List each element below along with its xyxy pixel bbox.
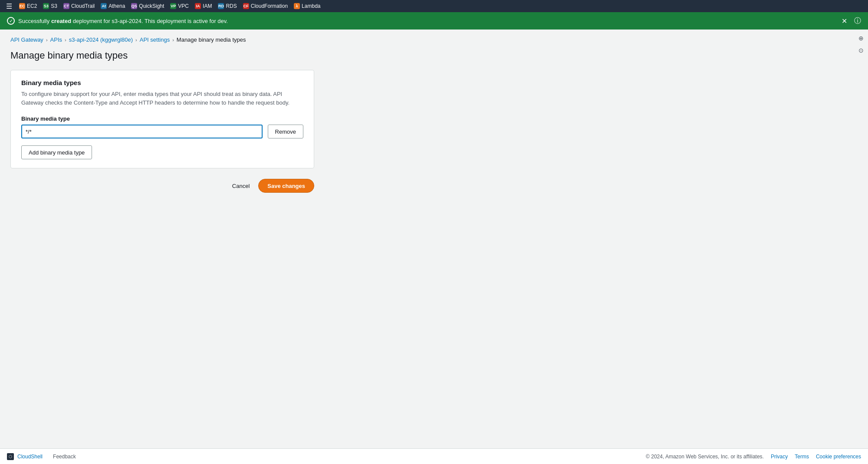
cloudshell-icon: ⬡	[7, 453, 14, 460]
banner-info-icon[interactable]: ⓘ	[854, 16, 861, 26]
s3-nav-label: S3	[51, 3, 57, 9]
iam-nav-label: IAM	[203, 3, 212, 9]
rds-nav-icon: RD	[218, 3, 224, 9]
lambda-nav-icon: λ	[294, 3, 300, 9]
remove-button[interactable]: Remove	[268, 125, 303, 138]
nav-item-lambda[interactable]: λLambda	[291, 2, 323, 10]
breadcrumb-api-settings[interactable]: API settings	[140, 36, 170, 43]
page-title: Manage binary media types	[10, 50, 858, 61]
breadcrumb-sep-1: ›	[46, 37, 48, 43]
cloudshell-label[interactable]: CloudShell	[17, 454, 43, 460]
page-content: API Gateway › APIs › s3-api-2024 (kggwrg…	[0, 30, 868, 448]
cloudformation-nav-icon: CF	[243, 3, 249, 9]
nav-item-cloudtrail[interactable]: CTCloudTrail	[61, 2, 97, 10]
add-binary-media-type-button[interactable]: Add binary media type	[21, 145, 92, 159]
right-icon-bottom[interactable]: ⊙	[856, 45, 866, 56]
breadcrumb: API Gateway › APIs › s3-api-2024 (kggwrg…	[10, 36, 858, 43]
binary-media-types-card: Binary media types To configure binary s…	[10, 70, 314, 168]
cancel-button[interactable]: Cancel	[229, 183, 253, 189]
breadcrumb-sep-4: ›	[172, 37, 174, 43]
footer-left: ⬡ CloudShell Feedback	[7, 453, 76, 460]
feedback-link[interactable]: Feedback	[53, 454, 76, 460]
nav-item-rds[interactable]: RDRDS	[215, 2, 239, 10]
quicksight-nav-label: QuickSight	[139, 3, 164, 9]
breadcrumb-api-id[interactable]: s3-api-2024 (kggwrgl80e)	[69, 36, 133, 43]
binary-media-type-input[interactable]	[21, 125, 263, 138]
nav-item-quicksight[interactable]: QSQuickSight	[128, 2, 167, 10]
right-side-icons: ⊕ ⊙	[854, 30, 868, 59]
hamburger-menu[interactable]: ☰	[3, 1, 15, 11]
banner-close-button[interactable]: ✕	[840, 15, 849, 27]
breadcrumb-apis[interactable]: APIs	[50, 36, 62, 43]
breadcrumb-sep-2: ›	[65, 37, 66, 43]
footer-cookie-link[interactable]: Cookie preferences	[816, 454, 861, 460]
success-suffix: deployment for s3-api-2024. This deploym…	[71, 18, 228, 24]
action-bar: Cancel Save changes	[10, 179, 314, 193]
cloudtrail-nav-label: CloudTrail	[71, 3, 95, 9]
nav-item-ec2[interactable]: ECEC2	[16, 2, 39, 10]
vpc-nav-icon: VP	[170, 3, 176, 9]
nav-item-athena[interactable]: AtAthena	[98, 2, 128, 10]
nav-item-iam[interactable]: IAIAM	[192, 2, 214, 10]
nav-item-s3[interactable]: S3S3	[40, 2, 60, 10]
footer-right: © 2024, Amazon Web Services, Inc. or its…	[646, 454, 861, 460]
ec2-nav-icon: EC	[19, 3, 25, 9]
binary-media-type-label: Binary media type	[21, 115, 303, 122]
save-changes-button[interactable]: Save changes	[258, 179, 314, 193]
rds-nav-label: RDS	[226, 3, 237, 9]
s3-nav-icon: S3	[43, 3, 49, 9]
success-check-icon: ✓	[7, 17, 15, 25]
ec2-nav-label: EC2	[27, 3, 37, 9]
cloudformation-nav-label: CloudFormation	[251, 3, 288, 9]
breadcrumb-sep-3: ›	[135, 37, 137, 43]
right-icon-top[interactable]: ⊕	[856, 33, 866, 43]
footer-privacy-link[interactable]: Privacy	[771, 454, 788, 460]
nav-item-vpc[interactable]: VPVPC	[168, 2, 191, 10]
iam-nav-icon: IA	[195, 3, 201, 9]
athena-nav-icon: At	[101, 3, 107, 9]
lambda-nav-label: Lambda	[302, 3, 320, 9]
success-message: Successfully created deployment for s3-a…	[18, 18, 836, 24]
card-title: Binary media types	[21, 79, 303, 86]
success-bold: created	[51, 18, 71, 24]
footer-copyright: © 2024, Amazon Web Services, Inc. or its…	[646, 454, 764, 460]
footer: ⬡ CloudShell Feedback © 2024, Amazon Web…	[0, 448, 868, 464]
cloudtrail-nav-icon: CT	[63, 3, 69, 9]
main-wrapper: ⊕ ⊙ API Gateway › APIs › s3-api-2024 (kg…	[0, 30, 868, 448]
vpc-nav-label: VPC	[178, 3, 189, 9]
breadcrumb-current: Manage binary media types	[177, 36, 246, 43]
card-description: To configure binary support for your API…	[21, 90, 303, 107]
nav-item-cloudformation[interactable]: CFCloudFormation	[240, 2, 290, 10]
field-row: Remove	[21, 125, 303, 138]
athena-nav-label: Athena	[108, 3, 125, 9]
top-nav-bar: ☰ ECEC2S3S3CTCloudTrailAtAthenaQSQuickSi…	[0, 0, 868, 12]
success-prefix: Successfully	[18, 18, 51, 24]
quicksight-nav-icon: QS	[131, 3, 137, 9]
footer-terms-link[interactable]: Terms	[795, 454, 809, 460]
success-banner: ✓ Successfully created deployment for s3…	[0, 12, 868, 30]
breadcrumb-api-gateway[interactable]: API Gateway	[10, 36, 43, 43]
